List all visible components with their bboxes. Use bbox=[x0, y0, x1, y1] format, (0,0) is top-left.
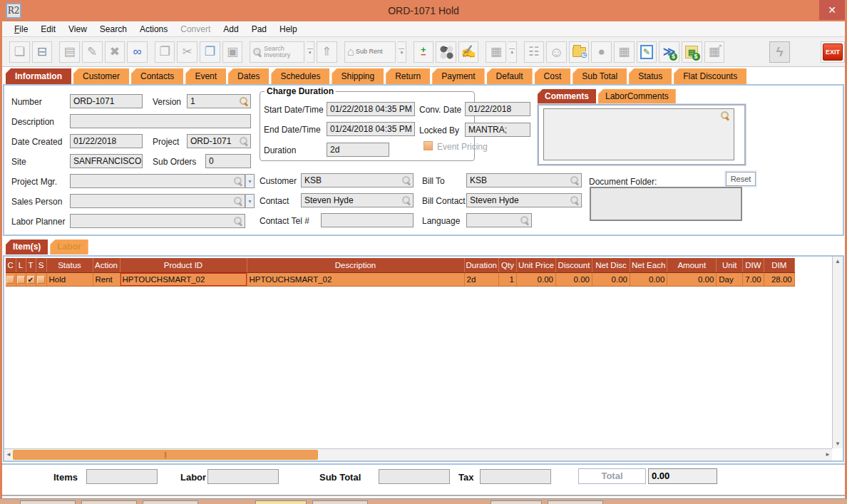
scrollbar-thumb[interactable]: ∥ bbox=[13, 450, 318, 460]
col-description[interactable]: Description bbox=[247, 258, 464, 272]
magnifier-icon[interactable] bbox=[233, 216, 243, 226]
magnifier-icon[interactable] bbox=[233, 176, 243, 186]
scroll-down-icon[interactable]: ▼ bbox=[833, 441, 843, 447]
menu-edit[interactable]: Edit bbox=[34, 21, 62, 37]
table-row[interactable]: ✔ Hold Rent HPTOUCHSMART_02 HPTOUCHSMART… bbox=[6, 272, 794, 286]
tab-cost[interactable]: Cost bbox=[535, 68, 571, 84]
cell-action[interactable]: Rent bbox=[93, 272, 120, 286]
project-mgr-field[interactable] bbox=[70, 174, 245, 188]
exit-button[interactable]: EXIT bbox=[821, 41, 845, 63]
col-product-id[interactable]: Product ID bbox=[120, 258, 247, 272]
col-dim[interactable]: DIM bbox=[764, 258, 794, 272]
col-net-disc[interactable]: Net Disc bbox=[592, 258, 630, 272]
cell-discount[interactable]: 0.00 bbox=[555, 272, 592, 286]
cell-description[interactable]: HPTOUCHSMART_02 bbox=[247, 272, 464, 286]
col-l[interactable]: L bbox=[16, 258, 26, 272]
col-diw[interactable]: DIW bbox=[743, 258, 764, 272]
tab-shipping[interactable]: Shipping bbox=[332, 68, 384, 84]
t-checkbox[interactable]: ✔ bbox=[27, 276, 35, 284]
convert-invoice-button[interactable]: ≫ $ bbox=[659, 41, 679, 63]
sub-rent-button[interactable]: ⌂ Sub Rent bbox=[344, 41, 396, 63]
horizontal-scrollbar[interactable]: ◄ ∥ ► bbox=[4, 448, 832, 461]
print-button[interactable]: ⊟ bbox=[32, 41, 53, 63]
cell-amount[interactable]: 0.00 bbox=[667, 272, 717, 286]
tab-items[interactable]: Item(s) bbox=[6, 240, 48, 254]
conv-date-field[interactable]: 01/22/2018 bbox=[465, 102, 530, 116]
language-field[interactable] bbox=[466, 213, 532, 227]
description-field[interactable] bbox=[70, 114, 251, 128]
tab-labor[interactable]: Labor bbox=[50, 240, 88, 254]
l-checkbox[interactable] bbox=[17, 276, 25, 284]
cell-unit[interactable]: Day bbox=[717, 272, 743, 286]
sub-orders-field[interactable]: 0 bbox=[205, 154, 251, 168]
magnifier-icon[interactable] bbox=[570, 175, 580, 185]
cell-diw[interactable]: 7.00 bbox=[743, 272, 764, 286]
close-button[interactable]: ✕ bbox=[819, 0, 845, 20]
sub-rent-dropdown[interactable]: ▼ bbox=[398, 41, 406, 63]
col-s[interactable]: S bbox=[36, 258, 46, 272]
bill-to-field[interactable]: KSB bbox=[466, 173, 582, 187]
menu-actions[interactable]: Actions bbox=[133, 21, 174, 37]
tab-payment[interactable]: Payment bbox=[432, 68, 484, 84]
sales-person-dropdown[interactable]: ▼ bbox=[245, 194, 255, 208]
end-datetime-field[interactable]: 01/24/2018 04:35 PM bbox=[327, 122, 415, 136]
history-folder-button[interactable]: ◷ bbox=[569, 41, 590, 63]
title-bar[interactable]: R2 ORD-1071 Hold ✕ bbox=[0, 0, 847, 21]
magnifier-icon[interactable] bbox=[239, 136, 249, 146]
contact-field[interactable]: Steven Hyde bbox=[301, 193, 414, 207]
scroll-up-icon[interactable]: ▲ bbox=[833, 258, 843, 264]
copy-button[interactable]: ❐ bbox=[200, 41, 220, 63]
project-field[interactable]: ORD-1071 bbox=[187, 134, 251, 148]
col-t[interactable]: T bbox=[26, 258, 36, 272]
number-field[interactable]: ORD-1071 bbox=[70, 94, 143, 108]
search-inventory-dropdown[interactable]: ▼ bbox=[307, 41, 314, 63]
add-item-button[interactable]: +− bbox=[414, 41, 434, 63]
cell-net-disc[interactable]: 0.00 bbox=[592, 272, 630, 286]
cell-dim[interactable]: 28.00 bbox=[764, 272, 794, 286]
col-qty[interactable]: Qty bbox=[498, 258, 516, 272]
availability-button[interactable]: ? bbox=[436, 41, 456, 63]
tab-sub-total[interactable]: Sub Total bbox=[573, 68, 627, 84]
sales-person-field[interactable] bbox=[70, 194, 245, 208]
tab-comments[interactable]: Comments bbox=[538, 89, 596, 104]
magnifier-icon[interactable] bbox=[570, 195, 580, 205]
reset-button[interactable]: Reset bbox=[726, 172, 756, 186]
tab-labor-comments[interactable]: LaborComments bbox=[598, 89, 676, 104]
date-created-field[interactable]: 01/22/2018 bbox=[70, 134, 143, 148]
tab-information[interactable]: Information bbox=[6, 68, 71, 84]
order-notes-button[interactable]: ✍ bbox=[458, 41, 479, 63]
site-field[interactable]: SANFRANCISCO bbox=[70, 154, 143, 168]
comments-textarea[interactable] bbox=[543, 108, 734, 160]
contact-tel-field[interactable] bbox=[321, 213, 414, 227]
magnifier-icon[interactable] bbox=[233, 196, 243, 206]
document-folder-box[interactable] bbox=[590, 187, 742, 221]
scroll-left-icon[interactable]: ◄ bbox=[4, 450, 13, 460]
find-button[interactable]: ∞ bbox=[127, 41, 148, 63]
magnifier-icon[interactable] bbox=[401, 175, 411, 185]
tab-event[interactable]: Event bbox=[185, 68, 226, 84]
search-inventory-button[interactable]: Search Inventory bbox=[250, 41, 304, 63]
menu-pad[interactable]: Pad bbox=[245, 21, 273, 37]
project-mgr-dropdown[interactable]: ▼ bbox=[245, 174, 255, 188]
cell-duration[interactable]: 2d bbox=[464, 272, 498, 286]
menu-search[interactable]: Search bbox=[93, 21, 133, 37]
edit-document-button[interactable]: ✎ bbox=[637, 41, 657, 63]
menu-help[interactable]: Help bbox=[273, 21, 304, 37]
bill-contact-field[interactable]: Steven Hyde bbox=[466, 193, 582, 207]
magnifier-icon[interactable] bbox=[239, 96, 249, 106]
col-amount[interactable]: Amount bbox=[667, 258, 717, 272]
locked-by-field[interactable]: MANTRA; bbox=[465, 123, 530, 137]
magnifier-icon[interactable] bbox=[720, 110, 730, 120]
vertical-scrollbar[interactable]: ▲ ▼ bbox=[832, 257, 843, 448]
col-c[interactable]: C bbox=[6, 258, 16, 272]
magnifier-icon[interactable] bbox=[401, 195, 411, 205]
magnifier-icon[interactable] bbox=[520, 215, 530, 225]
cell-unit-price[interactable]: 0.00 bbox=[516, 272, 555, 286]
tab-return[interactable]: Return bbox=[386, 68, 430, 84]
menu-add[interactable]: Add bbox=[217, 21, 245, 37]
menu-view[interactable]: View bbox=[62, 21, 93, 37]
tab-flat-discounts[interactable]: Flat Discounts bbox=[674, 68, 746, 84]
cell-net-each[interactable]: 0.00 bbox=[630, 272, 667, 286]
start-datetime-field[interactable]: 01/22/2018 04:35 PM bbox=[327, 102, 415, 116]
duration-field[interactable]: 2d bbox=[327, 143, 389, 157]
